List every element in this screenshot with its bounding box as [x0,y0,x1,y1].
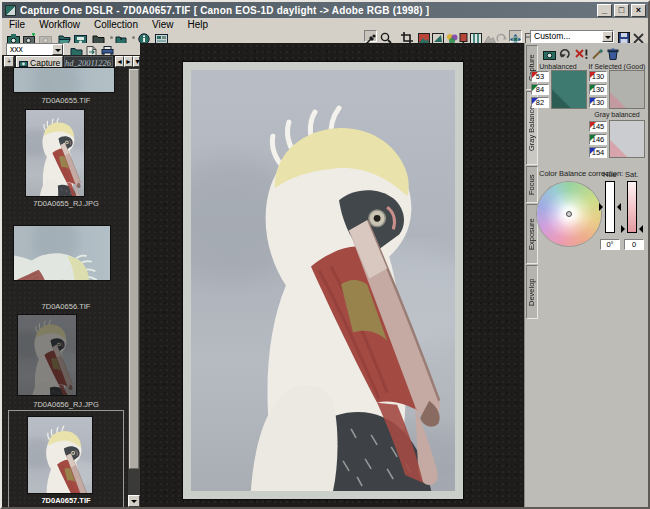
tab-develop[interactable]: Develop [526,265,538,319]
tool-panel: Capture Gray Balance Focus Exposure Deve… [524,43,648,507]
gray-balanced-green-value[interactable]: 146 [589,134,607,145]
camera-add-icon[interactable] [23,31,36,43]
export-page-icon[interactable] [86,43,99,55]
selected-blue-value[interactable]: 130 [589,97,607,108]
crop-icon[interactable] [401,30,414,42]
color-balance-wheel[interactable] [537,182,601,246]
gray-balanced-label: Gray balanced [587,111,647,118]
unbalanced-swatch [551,70,587,109]
preset-dropdown[interactable]: Custom... [530,30,614,43]
delete-settings-icon[interactable] [633,30,646,42]
unbalanced-red-value[interactable]: 53 [531,71,549,82]
scrollbar-thumb[interactable] [129,69,139,469]
menu-file[interactable]: File [2,19,32,30]
selected-green-value[interactable]: 130 [589,84,607,95]
thumbnail-7D0A0656-TIF[interactable] [14,226,110,280]
thumbnail-7D0A0655-RJ-JPG[interactable] [26,110,84,196]
folder-new-icon[interactable] [70,43,83,55]
unbalanced-green-value[interactable]: 84 [531,84,549,95]
mask-toggle-icon[interactable] [432,30,445,42]
sat-label: Sat. [625,170,638,179]
tab-capture-collection[interactable]: Capture [16,56,63,68]
toolbar-separator [110,36,113,39]
capture-save-icon[interactable] [74,31,87,43]
capture-camera-icon[interactable] [7,31,20,43]
preset-dropdown-arrow[interactable] [602,31,613,42]
unbalanced-blue-value[interactable]: 82 [531,97,549,108]
color-wheel-marker[interactable] [566,211,572,217]
navigator-icon[interactable] [509,30,522,42]
eyedropper-icon[interactable] [364,30,377,42]
thumbnail-7D0A0656-RJ-JPG[interactable] [18,315,76,395]
session-dropdown-arrow[interactable] [52,44,63,55]
session-value: xxx [10,44,23,54]
thumbnail-tint [14,226,110,280]
thumbnail-label[interactable]: 7D0A0656.TIF [6,302,126,311]
folder-dark-icon[interactable] [92,31,105,43]
menu-view[interactable]: View [145,19,181,30]
contact-sheet-icon[interactable] [155,31,168,43]
unbalanced-column-header: Unbalanced [529,63,587,70]
maximize-button[interactable]: □ [614,4,629,17]
main-photo-pelican[interactable] [191,70,455,491]
saturation-slider-left-arrow[interactable] [621,225,629,233]
trash-icon[interactable] [607,46,620,59]
thumbnail-label-selected[interactable]: 7D0A0657.TIF [6,496,126,505]
rotate-disabled-icon[interactable] [497,30,506,42]
preview-toggle-icon[interactable] [418,30,431,42]
window-title: Capture One DSLR - 7D0A0657.TIF [ Canon … [20,5,595,16]
scroll-down-button[interactable] [128,495,140,507]
titlebar[interactable]: Capture One DSLR - 7D0A0657.TIF [ Canon … [2,2,648,18]
photo-mat [183,62,463,499]
saturation-slider-right-arrow[interactable] [635,225,643,233]
gray-balanced-blue-value[interactable]: 154 [589,147,607,158]
menu-collection[interactable]: Collection [87,19,145,30]
picker-wand-icon[interactable] [591,46,604,59]
camera-disabled-icon[interactable] [39,31,52,43]
thumbnail-label[interactable]: 7D0A0656_RJ.JPG [6,400,126,409]
thumbnail-7D0A0657-TIF-selected[interactable] [28,417,92,493]
folder-open-icon[interactable] [58,31,71,43]
preview-canvas[interactable] [140,43,524,507]
hue-slider-left-arrow[interactable] [599,203,607,211]
add-collection-tab-button[interactable]: + [4,56,14,67]
close-button[interactable]: × [631,4,646,17]
tab-focus[interactable]: Focus [526,166,538,203]
info-icon[interactable] [138,31,151,43]
capture-tab-label: Capture [30,58,60,68]
hue-label: Hue [603,170,617,179]
folder-small-icon[interactable] [115,31,128,43]
tab-session-collection[interactable]: hd_20011226_SantaCr [64,56,113,68]
colors-toggle-icon[interactable] [446,30,459,42]
capture-one-window: Capture One DSLR - 7D0A0657.TIF [ Canon … [0,0,650,509]
tag-toggle-icon[interactable] [459,30,468,42]
thumbnail-7D0A0655-TIF[interactable] [14,68,114,92]
gray-balanced-red-value[interactable]: 145 [589,121,607,132]
toolbar: Custom... [2,31,648,43]
hue-value[interactable]: 0° [600,239,620,250]
hue-slider-right-arrow[interactable] [613,203,621,211]
thumbnail-tint [14,68,114,92]
levels-disabled-icon[interactable] [484,30,497,42]
menu-help[interactable]: Help [180,19,215,30]
selected-red-value[interactable]: 130 [589,71,607,82]
session-toolbar: xxx [2,43,140,55]
tab-scroll-right-button[interactable]: ► [124,56,133,67]
toolbar-separator [132,36,135,39]
gray-balanced-swatch [609,120,645,158]
tab-list-button[interactable]: ▼ [133,56,140,67]
selected-swatch [609,70,645,109]
saturation-value[interactable]: 0 [624,239,644,250]
thumbnail-label[interactable]: 7D0A0655_RJ.JPG [6,199,126,208]
thumbnail-label[interactable]: 7D0A0655.TIF [6,96,126,105]
printer-icon[interactable] [101,43,114,55]
capture-camera-icon[interactable] [543,46,556,59]
minimize-button[interactable]: _ [597,4,612,17]
thumbnail-scrollbar[interactable] [128,68,140,507]
menu-workflow[interactable]: Workflow [32,19,87,30]
save-settings-icon[interactable] [618,30,631,42]
reset-warning-icon[interactable] [575,46,588,59]
grid-toggle-icon[interactable] [470,30,483,42]
tab-scroll-left-button[interactable]: ◄ [115,56,124,67]
undo-icon[interactable] [559,46,572,59]
